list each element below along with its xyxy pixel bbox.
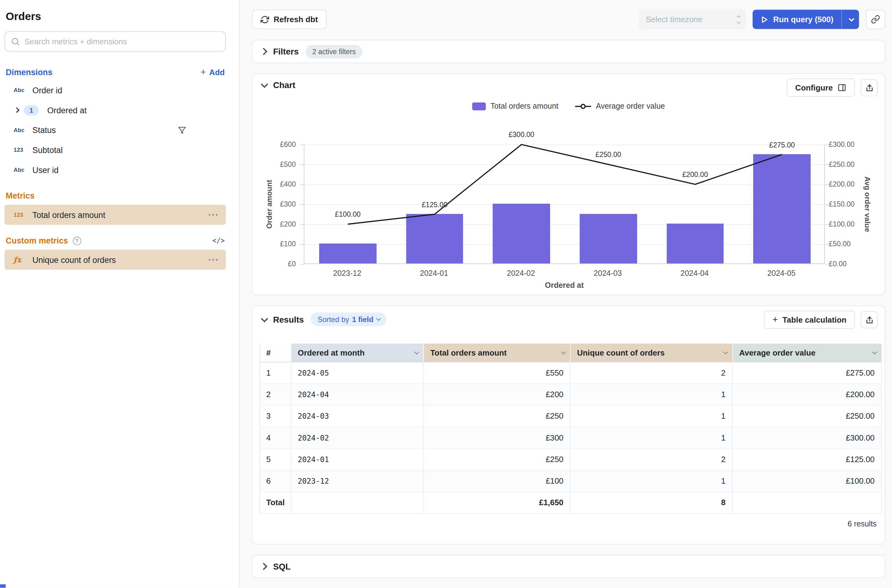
table-cell: £250 (424, 448, 571, 470)
column-header-2[interactable]: Total orders amount (424, 344, 571, 362)
table-cell: 2 (571, 362, 733, 383)
tick-mark (300, 204, 304, 205)
sidebar-item-label: Order id (32, 86, 62, 95)
table-cell: 3 (260, 405, 291, 427)
chevron-right-icon (260, 563, 267, 570)
table-cell: £200.00 (733, 384, 882, 405)
tick-mark (826, 244, 829, 245)
table-cell: £200 (424, 384, 571, 405)
search-box (4, 32, 226, 52)
tick-mark (300, 164, 304, 165)
filter-icon[interactable] (178, 126, 186, 134)
sidebar-item-order-id[interactable]: Abc Order id (4, 80, 226, 100)
chevron-right-icon (14, 107, 19, 112)
timezone-placeholder: Select timezone (646, 15, 702, 24)
refresh-dbt-button[interactable]: Refresh dbt (252, 9, 327, 29)
results-panel-header[interactable]: Results Sorted by 1 field (261, 312, 386, 326)
column-header-1[interactable]: Ordered at month (291, 344, 424, 362)
table-row: 22024-04£2001£200.00 (260, 384, 882, 405)
export-results-button[interactable] (861, 311, 877, 328)
table-row: 42024-02£3001£300.00 (260, 427, 882, 448)
left-axis-tick-label: £200 (253, 220, 300, 228)
filters-panel[interactable]: Filters 2 active filters (252, 40, 885, 63)
line-value-label: £275.00 (756, 141, 807, 149)
chart-plot[interactable]: £100.00£125.00£300.00£250.00£200.00£275.… (304, 144, 825, 264)
search-input[interactable] (24, 37, 219, 46)
results-panel: Results Sorted by 1 field + Table calcul… (252, 305, 885, 544)
line-value-label: £125.00 (409, 200, 460, 208)
table-cell: 1 (260, 362, 291, 383)
help-icon[interactable]: ? (73, 236, 81, 245)
table-row: 62023-12£1001£100.00 (260, 470, 882, 492)
sidebar-item-status[interactable]: Abc Status (4, 120, 226, 140)
table-cell: 2024-01 (291, 448, 424, 470)
refresh-icon (260, 15, 269, 24)
refresh-dbt-label: Refresh dbt (274, 15, 318, 24)
sidebar-item-unique-count-of-orders[interactable]: ƒx Unique count of orders ··· (4, 250, 226, 270)
run-query-caret[interactable] (842, 9, 859, 29)
add-dimension-button[interactable]: + Add (200, 68, 225, 77)
timezone-select[interactable]: Select timezone (639, 9, 746, 29)
line-series (304, 144, 826, 264)
sidebar-item-label: Total orders amount (32, 210, 105, 219)
table-cell: 5 (260, 448, 291, 470)
table-cell: 1 (571, 427, 733, 448)
table-cell: 2024-03 (291, 405, 424, 427)
dimensions-list: Abc Order id 1 Ordered at Abc Status 123… (4, 80, 226, 180)
main-panel: Refresh dbt Select timezone Run query (5… (240, 0, 892, 588)
table-cell: £550 (424, 362, 571, 383)
sort-chevron-icon (561, 350, 566, 354)
search-icon (11, 37, 20, 46)
table-row: 52024-01£2502£125.00 (260, 448, 882, 470)
sql-title: SQL (273, 561, 291, 571)
tick-mark (826, 164, 829, 165)
x-axis-tick-label: 2023-12 (304, 269, 391, 278)
total-cell (291, 492, 424, 513)
run-query-button[interactable]: Run query (500) (753, 9, 859, 29)
x-axis-tick-label: 2024-03 (564, 269, 651, 278)
sidebar-item-label: Ordered at (47, 106, 87, 115)
sidebar-item-user-id[interactable]: Abc User id (4, 160, 226, 180)
tick-mark (826, 204, 829, 205)
chevron-down-icon (261, 315, 268, 322)
code-icon[interactable]: </> (212, 237, 225, 245)
sidebar-item-ordered-at[interactable]: 1 Ordered at (4, 100, 226, 120)
chart-canvas: Order amount Avg order value £600£300.00… (253, 74, 885, 295)
left-axis-tick-label: £0 (253, 260, 300, 268)
filters-title: Filters (273, 47, 298, 56)
explore-title: Orders (4, 10, 226, 23)
x-axis-tick-label: 2024-05 (738, 269, 825, 278)
tick-mark (826, 224, 829, 225)
tick-mark (826, 184, 829, 185)
plus-icon: + (200, 68, 205, 77)
metrics-section-header: Metrics (4, 191, 226, 200)
column-header-4[interactable]: Average order value (733, 344, 882, 362)
plus-icon: + (772, 315, 778, 324)
table-row: 12024-05£5502£275.00 (260, 362, 882, 383)
table-cell: £300 (424, 427, 571, 448)
x-axis-tick-label: 2024-04 (651, 269, 738, 278)
sidebar-item-total-orders-amount[interactable]: 123 Total orders amount ··· (4, 205, 226, 225)
sidebar-item-label: Subtotal (32, 145, 63, 154)
column-header-3[interactable]: Unique count of orders (571, 344, 733, 362)
table-calculation-button[interactable]: + Table calculation (764, 310, 855, 329)
sql-panel[interactable]: SQL (252, 555, 885, 578)
table-cell: 2 (260, 384, 291, 405)
share-link-button[interactable] (866, 9, 885, 29)
metrics-heading: Metrics (6, 191, 34, 200)
sorted-by-badge[interactable]: Sorted by 1 field (310, 312, 386, 326)
tick-mark (300, 184, 304, 185)
sidebar-item-subtotal[interactable]: 123 Subtotal (4, 140, 226, 160)
custom-metrics-section-header: Custom metrics ? </> (4, 236, 226, 245)
table-cell: 2023-12 (291, 470, 424, 492)
dimensions-section-header: Dimensions + Add (4, 68, 226, 77)
table-cell: £100.00 (733, 470, 882, 492)
right-axis-title: Avg order value (864, 176, 872, 232)
left-axis-tick-label: £100 (253, 240, 300, 248)
field-count-badge: 1 (24, 105, 39, 115)
run-query-label: Run query (500) (773, 15, 834, 24)
tick-mark (300, 224, 304, 225)
column-header-0: # (260, 344, 291, 362)
left-axis-title: Order amount (265, 180, 273, 229)
table-cell: 2 (571, 448, 733, 470)
